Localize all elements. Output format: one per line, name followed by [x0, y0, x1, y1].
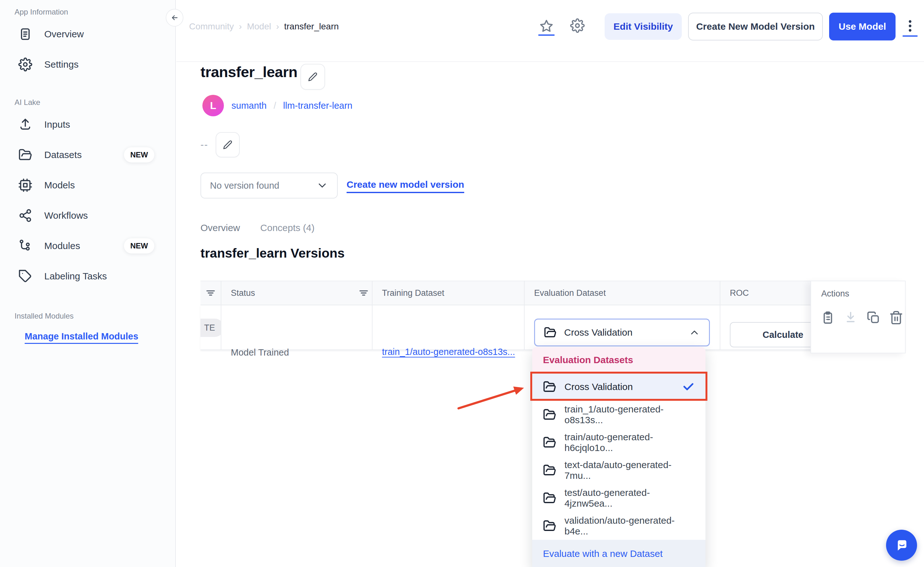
use-model-button[interactable]: Use Model	[829, 13, 895, 40]
versions-table: Status Training Dataset Evaluation Datas…	[200, 280, 905, 357]
column-header-evaluation-dataset: Evaluation Dataset	[534, 280, 606, 305]
tab-concepts[interactable]: Concepts (4)	[260, 222, 315, 233]
sidebar-item-modules[interactable]: Modules NEW	[0, 231, 175, 261]
sidebar-item-label: Workflows	[44, 210, 88, 221]
sidebar-item-label: Inputs	[44, 119, 70, 130]
dropdown-item[interactable]: validation/auto-generated-b4e...	[532, 512, 706, 540]
folder-open-icon	[18, 148, 32, 162]
version-id-cell: TE	[200, 305, 221, 350]
sidebar-item-overview[interactable]: Overview	[0, 19, 175, 49]
actions-panel: Actions	[810, 280, 906, 353]
sidebar-item-label: Settings	[44, 59, 78, 70]
kebab-menu-button[interactable]	[903, 18, 918, 34]
owner-row: sumanth / llm-transfer-learn	[231, 100, 352, 111]
tag-icon	[18, 269, 32, 283]
edit-pencil-icon	[223, 140, 233, 150]
delete-icon[interactable]	[889, 310, 903, 325]
dropdown-item[interactable]: train/auto-generated-h6cjqlo1o...	[532, 429, 706, 456]
sidebar-item-labeling-tasks[interactable]: Labeling Tasks	[0, 261, 175, 291]
edit-description-button[interactable]	[216, 132, 240, 158]
sidebar-item-label: Overview	[44, 29, 84, 39]
sidebar-item-datasets[interactable]: Datasets NEW	[0, 140, 175, 170]
kebab-underline	[903, 35, 918, 37]
folder-open-icon	[544, 326, 557, 339]
filter-icon[interactable]	[357, 286, 370, 299]
sidebar-item-label: Models	[44, 180, 75, 190]
topbar-divider	[176, 62, 924, 62]
chat-launcher-button[interactable]	[886, 530, 917, 561]
evaluate-new-dataset-action[interactable]: Evaluate with a new Dataset	[532, 540, 706, 567]
download-icon[interactable]	[843, 310, 858, 325]
app-id-link[interactable]: llm-transfer-learn	[283, 100, 352, 111]
breadcrumb-separator: ›	[276, 21, 279, 32]
dropdown-item[interactable]: text-data/auto-generated-7mu...	[532, 456, 706, 484]
dropdown-item-label: train/auto-generated-h6cjqlo1o...	[565, 432, 695, 453]
column-header-status: Status	[231, 280, 255, 305]
edit-title-button[interactable]	[300, 64, 325, 90]
sidebar-section-app-information: App Information	[0, 5, 175, 19]
row-actions	[820, 310, 903, 325]
evaluation-dataset-dropdown: Evaluation Datasets Cross Validation tra…	[532, 347, 706, 567]
arrow-left-icon	[170, 13, 179, 22]
new-badge: NEW	[124, 238, 154, 254]
gear-icon	[18, 57, 32, 71]
filter-icon[interactable]	[204, 286, 217, 299]
sidebar-section-installed-modules: Installed Modules	[0, 309, 175, 323]
breadcrumb-model[interactable]: Model	[247, 21, 271, 32]
dropdown-item[interactable]: train_1/auto-generated-o8s13s...	[532, 401, 706, 429]
chat-icon	[893, 537, 910, 554]
sidebar-item-models[interactable]: Models	[0, 170, 175, 200]
edit-visibility-button[interactable]: Edit Visibility	[605, 13, 682, 40]
star-underline	[538, 34, 554, 36]
description-placeholder: --	[200, 139, 208, 150]
breadcrumb-current: transfer_learn	[284, 21, 339, 32]
avatar: L	[202, 95, 224, 116]
star-button[interactable]	[539, 19, 554, 34]
gear-icon	[570, 18, 585, 33]
version-select-value: No version found	[210, 180, 279, 191]
tab-overview[interactable]: Overview	[200, 222, 240, 233]
upload-icon	[18, 118, 32, 132]
sidebar-item-workflows[interactable]: Workflows	[0, 200, 175, 231]
sidebar-item-label: Datasets	[44, 150, 81, 160]
manage-installed-modules-link[interactable]: Manage Installed Modules	[25, 331, 138, 344]
folder-open-icon	[543, 436, 556, 449]
document-icon	[18, 27, 32, 41]
share-icon	[18, 208, 32, 222]
sidebar-section-ai-lake: AI Lake	[0, 96, 175, 110]
create-new-model-version-link[interactable]: Create new model version	[347, 179, 464, 193]
dropdown-item[interactable]: test/auto-generated-4jznw5ea...	[532, 484, 706, 512]
chevron-up-icon	[689, 327, 700, 338]
folder-open-icon	[543, 492, 556, 505]
sidebar-item-inputs[interactable]: Inputs	[0, 110, 175, 140]
sidebar: App Information Overview Settings AI Lak…	[0, 0, 176, 567]
dropdown-item-cross-validation[interactable]: Cross Validation	[532, 373, 706, 401]
branch-icon	[18, 239, 32, 253]
dropdown-item-label: test/auto-generated-4jznw5ea...	[565, 488, 695, 509]
version-id-chip: TE	[200, 319, 221, 337]
folder-open-icon	[543, 464, 556, 477]
page-title: transfer_learn	[200, 63, 297, 81]
tabs: Overview Concepts (4)	[200, 222, 315, 233]
copy-icon[interactable]	[866, 310, 881, 325]
training-dataset-link[interactable]: train_1/auto-generated-o8s13s...	[382, 347, 515, 357]
dropdown-item-label: Cross Validation	[565, 381, 633, 392]
breadcrumb-community[interactable]: Community	[189, 21, 234, 32]
settings-button[interactable]	[570, 18, 585, 34]
version-select[interactable]: No version found	[200, 172, 338, 198]
folder-open-icon	[543, 519, 556, 532]
evaluation-dataset-select[interactable]: Cross Validation	[534, 319, 710, 346]
clipboard-icon[interactable]	[820, 310, 835, 325]
column-divider	[720, 280, 720, 350]
breadcrumb: Community › Model › transfer_learn	[189, 18, 339, 35]
dropdown-item-label: text-data/auto-generated-7mu...	[565, 459, 695, 481]
collapse-sidebar-button[interactable]	[166, 9, 183, 27]
status-cell: Model Trained	[231, 347, 289, 358]
create-new-model-version-button[interactable]: Create New Model Version	[688, 13, 823, 40]
owner-link[interactable]: sumanth	[231, 100, 267, 111]
new-badge: NEW	[124, 147, 154, 162]
sidebar-item-settings[interactable]: Settings	[0, 49, 175, 80]
column-header-actions: Actions	[821, 289, 849, 298]
column-divider	[221, 280, 221, 350]
column-header-roc: ROC	[730, 280, 749, 305]
